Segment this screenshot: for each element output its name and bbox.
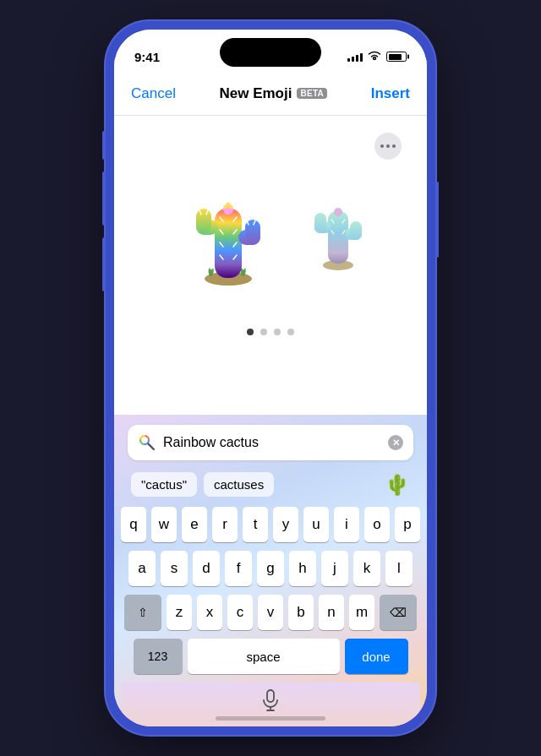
- microphone-button[interactable]: [260, 689, 281, 711]
- key-v[interactable]: v: [258, 595, 283, 630]
- dot-2: [386, 144, 390, 148]
- suggestion-chip-1[interactable]: "cactus": [131, 472, 197, 497]
- numbers-button[interactable]: 123: [134, 639, 183, 674]
- home-indicator: [216, 716, 325, 721]
- search-row: Rainbow cactus ✕: [128, 425, 413, 460]
- insert-button[interactable]: Insert: [371, 85, 410, 102]
- volume-up-button[interactable]: [102, 171, 106, 226]
- svg-point-32: [334, 208, 342, 216]
- power-button[interactable]: [435, 182, 439, 258]
- more-dots: [380, 144, 396, 148]
- svg-rect-27: [350, 221, 362, 240]
- dot-1: [380, 144, 384, 148]
- mute-button[interactable]: [102, 131, 106, 160]
- space-button[interactable]: space: [188, 639, 340, 674]
- key-z[interactable]: z: [167, 595, 192, 630]
- key-n[interactable]: n: [319, 595, 344, 630]
- beta-badge: BETA: [297, 88, 327, 99]
- signal-bar-4: [360, 53, 363, 62]
- key-row-4: 123 space done: [124, 639, 417, 674]
- signal-bar-3: [356, 55, 358, 62]
- page-dot-3: [274, 329, 281, 335]
- svg-rect-1: [215, 209, 242, 278]
- suggestion-emoji[interactable]: 🌵: [385, 473, 410, 497]
- backspace-button[interactable]: ⌫: [380, 595, 417, 630]
- key-k[interactable]: k: [353, 551, 380, 586]
- keyboard: q w e r t y u i o p a s d f g: [121, 503, 420, 674]
- status-bar: 9:41: [114, 30, 427, 72]
- key-u[interactable]: u: [303, 507, 329, 542]
- key-h[interactable]: h: [289, 551, 316, 586]
- suggestion-chip-2[interactable]: cactuses: [204, 472, 274, 497]
- page-dot-1: [247, 329, 254, 335]
- svg-line-37: [149, 444, 155, 450]
- key-row-3: ⇧ z x c v b n m ⌫: [124, 595, 417, 630]
- shift-button[interactable]: ⇧: [124, 595, 161, 630]
- signal-bar-1: [347, 58, 350, 62]
- page-dot-2: [260, 329, 267, 335]
- phone-frame: 9:41 Cancel: [106, 21, 435, 735]
- emoji-display: [131, 133, 410, 318]
- bottom-bar: [121, 683, 420, 726]
- signal-bar-2: [352, 57, 354, 62]
- secondary-emoji[interactable]: [304, 179, 363, 272]
- svg-rect-38: [267, 690, 274, 702]
- key-x[interactable]: x: [197, 595, 222, 630]
- wifi-icon: [368, 51, 381, 63]
- key-y[interactable]: y: [273, 507, 298, 542]
- key-p[interactable]: p: [395, 507, 420, 542]
- key-j[interactable]: j: [321, 551, 348, 586]
- phone-screen: 9:41 Cancel: [114, 30, 427, 726]
- key-b[interactable]: b: [288, 595, 314, 630]
- clear-icon: ✕: [392, 438, 400, 448]
- nav-title-wrap: New Emoji BETA: [219, 85, 327, 102]
- dot-3: [392, 144, 396, 148]
- suggestion-row: "cactus" cactuses 🌵: [121, 469, 420, 503]
- status-icons: [347, 51, 407, 63]
- clear-search-button[interactable]: ✕: [388, 435, 403, 450]
- svg-rect-3: [196, 209, 211, 234]
- keyboard-section: Rainbow cactus ✕ "cactus" cactuses 🌵 q w…: [114, 415, 427, 726]
- key-row-2: a s d f g h j k l: [124, 551, 417, 586]
- key-c[interactable]: c: [227, 595, 253, 630]
- key-l[interactable]: l: [385, 551, 413, 586]
- key-q[interactable]: q: [121, 507, 146, 542]
- key-i[interactable]: i: [334, 507, 359, 542]
- page-dot-4: [287, 329, 294, 335]
- battery-icon: [386, 52, 407, 62]
- key-f[interactable]: f: [225, 551, 252, 586]
- emoji-area: [114, 116, 427, 415]
- key-s[interactable]: s: [161, 551, 188, 586]
- page-indicator: [247, 329, 294, 335]
- volume-down-button[interactable]: [102, 237, 106, 291]
- svg-rect-25: [314, 213, 326, 233]
- key-row-1: q w e r t y u i o p: [124, 507, 417, 542]
- emoji-search-icon: [138, 433, 156, 452]
- nav-bar: Cancel New Emoji BETA Insert: [114, 72, 427, 116]
- svg-point-21: [227, 203, 231, 207]
- signal-icon: [347, 52, 363, 62]
- battery-fill: [389, 54, 402, 60]
- key-e[interactable]: e: [182, 507, 207, 542]
- dynamic-island: [220, 38, 321, 67]
- key-m[interactable]: m: [349, 595, 374, 630]
- cancel-button[interactable]: Cancel: [131, 85, 176, 102]
- nav-title: New Emoji: [219, 85, 292, 102]
- done-button[interactable]: done: [345, 639, 408, 674]
- status-time: 9:41: [134, 50, 160, 64]
- search-input[interactable]: Rainbow cactus: [163, 436, 381, 449]
- key-a[interactable]: a: [128, 551, 156, 586]
- key-w[interactable]: w: [151, 507, 177, 542]
- key-t[interactable]: t: [243, 507, 268, 542]
- more-options-button[interactable]: [374, 133, 402, 160]
- key-d[interactable]: d: [193, 551, 220, 586]
- svg-rect-23: [328, 211, 348, 264]
- main-emoji[interactable]: [178, 162, 279, 289]
- key-o[interactable]: o: [364, 507, 390, 542]
- key-g[interactable]: g: [257, 551, 284, 586]
- key-r[interactable]: r: [212, 507, 238, 542]
